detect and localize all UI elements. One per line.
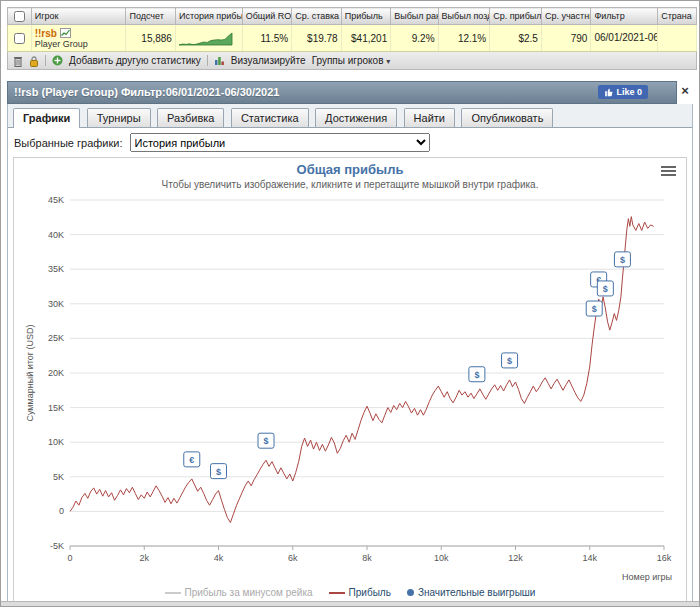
late-finish-cell: 12.1% [438, 25, 490, 52]
thumb-up-icon [604, 87, 613, 97]
svg-text:$: $ [592, 304, 597, 314]
significant-win-badge[interactable]: $ [258, 433, 274, 448]
significant-win-badge[interactable]: $ [586, 301, 602, 316]
tab-publish[interactable]: Опубликовать [461, 108, 553, 127]
legend-item[interactable]: Прибыль за минусом рейка [165, 587, 313, 598]
svg-text:$: $ [216, 467, 221, 477]
ytick-label: 20K [48, 368, 64, 378]
significant-win-badge[interactable]: $ [211, 464, 227, 479]
player-groups-dropdown[interactable]: Группы игроков ▾ [312, 55, 391, 66]
select-all-checkbox[interactable] [14, 11, 25, 22]
chevron-down-icon: ▾ [386, 57, 390, 66]
avg-entrants-cell: 790 [541, 25, 591, 52]
tab-graphs[interactable]: Графики [13, 108, 80, 128]
profit-cell: $41,201 [341, 25, 391, 52]
ytick-label: 5K [53, 472, 64, 482]
tab-achievements[interactable]: Достижения [315, 108, 397, 127]
col-header-player[interactable]: Игрок [31, 8, 126, 25]
xtick-label: 2k [139, 553, 149, 563]
player-groups-label: Группы игроков [312, 55, 384, 66]
svg-text:$: $ [264, 436, 269, 446]
svg-text:$: $ [603, 284, 608, 294]
trash-icon[interactable] [13, 55, 23, 67]
early-finish-cell: 9.2% [391, 25, 438, 52]
col-header-early-finish[interactable]: Выбыл ран [391, 8, 438, 25]
like-button[interactable]: Like 0 [598, 85, 648, 99]
tab-breakdown[interactable]: Разбивка [157, 108, 224, 127]
graph-selector-row: Выбранные графики: История прибыли [8, 128, 692, 155]
legend-label: Прибыль [349, 587, 391, 598]
legend-line-icon [329, 592, 345, 594]
xtick-label: 6k [288, 553, 298, 563]
significant-win-badge[interactable]: $ [502, 353, 518, 368]
chart-title: Общая прибыль [14, 162, 686, 177]
panel-header-row: !!rsb (Player Group) Фильтр:06/01/2021-0… [7, 81, 693, 104]
avg-profit-cell: $2.5 [490, 25, 542, 52]
tab-find[interactable]: Найти [404, 108, 455, 127]
row-select-cell [8, 25, 32, 52]
xtick-label: 10k [434, 553, 449, 563]
chart-menu-icon[interactable] [661, 166, 676, 178]
col-header-country[interactable]: Страна [658, 8, 697, 25]
profit-sparkline[interactable] [179, 31, 233, 46]
xaxis-title: Номер игры [622, 572, 672, 582]
profit-chart[interactable]: 45K40K35K30K25K20K15K10K5K0-5K02k4k6k8k1… [22, 190, 678, 586]
visualize-link[interactable]: Визуализируйте [231, 55, 306, 66]
filter-cell: 06/01/2021-06/30/2021 [591, 25, 658, 52]
visualize-icon[interactable] [214, 55, 225, 66]
xtick-label: 0 [67, 553, 72, 563]
col-header-profit-history[interactable]: История прибыли [175, 8, 242, 25]
ytick-label: 10K [48, 437, 64, 447]
significant-win-badge[interactable]: € [184, 452, 200, 467]
profit-history-cell[interactable] [175, 25, 242, 52]
legend-label: Прибыль за минусом рейка [185, 587, 313, 598]
legend-label: Значительные выигрыши [418, 587, 536, 598]
significant-win-badge[interactable]: $ [614, 252, 630, 267]
significant-win-badge[interactable]: $ [597, 281, 613, 296]
legend-item[interactable]: Значительные выигрыши [407, 587, 536, 598]
table-header-row: Игрок Подсчет История прибыли Общий ROI … [8, 8, 697, 25]
col-header-avg-entrants[interactable]: Ср. участни [541, 8, 591, 25]
significant-win-badge[interactable]: $ [469, 367, 485, 382]
player-name[interactable]: !!rsb [35, 28, 57, 39]
player-detail-panel: !!rsb (Player Group) Фильтр:06/01/2021-0… [7, 81, 693, 607]
add-icon[interactable] [52, 55, 63, 66]
toolbar-divider [207, 55, 208, 66]
chart-subtitle: Чтобы увеличить изображение, кликните и … [14, 179, 686, 190]
col-header-avg-stake[interactable]: Ср. ставка [292, 8, 342, 25]
ytick-label: 45K [48, 195, 64, 205]
tab-statistics[interactable]: Статистика [231, 108, 309, 127]
svg-text:$: $ [474, 370, 479, 380]
xtick-label: 14k [582, 553, 597, 563]
page: { "table": { "headers": ["Игрок","Подсче… [0, 0, 700, 607]
svg-text:€: € [189, 455, 194, 465]
panel-title: !!rsb (Player Group) Фильтр:06/01/2021-0… [14, 86, 598, 98]
panel-body: Графики Турниры Разбивка Статистика Дост… [7, 104, 693, 607]
close-icon[interactable]: × [677, 81, 693, 104]
legend-line-icon [165, 592, 181, 594]
player-type: Player Group [35, 39, 123, 49]
chart-container: Общая прибыль Чтобы увеличить изображени… [13, 157, 687, 605]
toolbar-divider [45, 55, 46, 66]
legend-marker-icon [407, 589, 414, 596]
bottom-edge [1, 601, 699, 606]
tab-tournaments[interactable]: Турниры [87, 108, 151, 127]
col-header-profit[interactable]: Прибыль [341, 8, 391, 25]
graph-select[interactable]: История прибыли [130, 133, 430, 152]
table-row: !!rsb Player Group 15,886 11.5% $19.78 $… [8, 25, 697, 52]
ytick-label: 15K [48, 403, 64, 413]
country-cell [658, 25, 697, 52]
graph-icon[interactable] [60, 28, 71, 38]
col-header-avg-profit[interactable]: Ср. прибыль [490, 8, 542, 25]
xtick-label: 16k [657, 553, 672, 563]
col-header-late-finish[interactable]: Выбыл поздн [438, 8, 490, 25]
avg-stake-cell: $19.78 [292, 25, 342, 52]
add-statistic-link[interactable]: Добавить другую статистику [69, 55, 201, 66]
player-cell[interactable]: !!rsb Player Group [31, 25, 126, 52]
legend-item[interactable]: Прибыль [329, 587, 391, 598]
row-checkbox[interactable] [14, 33, 25, 44]
col-header-roi[interactable]: Общий ROI [242, 8, 292, 25]
col-header-filter[interactable]: Фильтр [591, 8, 658, 25]
col-header-count[interactable]: Подсчет [126, 8, 176, 25]
lock-icon[interactable] [29, 55, 39, 67]
